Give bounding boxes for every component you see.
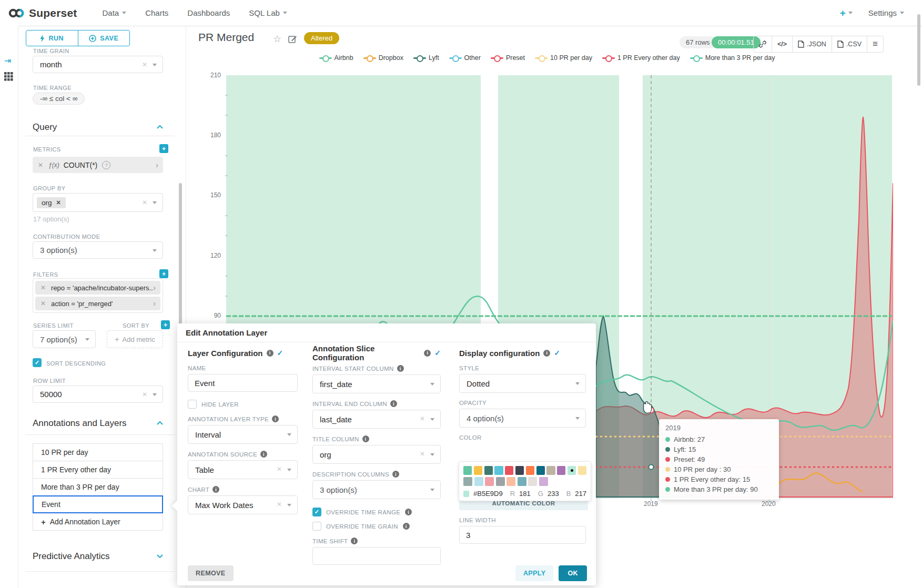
annotation-layer-item-selected[interactable]: Event xyxy=(33,495,163,513)
sort-descending-checkbox[interactable] xyxy=(33,358,42,367)
info-icon[interactable] xyxy=(405,509,412,515)
menu-sqllab[interactable]: SQL Lab xyxy=(249,8,287,17)
info-icon[interactable] xyxy=(212,486,219,493)
color-swatch[interactable] xyxy=(496,477,505,486)
color-swatch[interactable] xyxy=(557,466,565,475)
color-swatch[interactable] xyxy=(578,466,586,475)
override-time-grain-checkbox[interactable] xyxy=(312,522,321,531)
info-icon[interactable] xyxy=(543,350,550,357)
datasource-grid-icon[interactable] xyxy=(4,72,13,81)
hide-layer-checkbox[interactable] xyxy=(188,400,197,409)
color-swatch[interactable] xyxy=(539,477,548,486)
run-button[interactable]: RUN xyxy=(26,31,78,46)
expand-filter-icon[interactable]: › xyxy=(153,283,156,292)
page-scrollbar[interactable] xyxy=(917,14,920,86)
remove-metric-icon[interactable]: ✕ xyxy=(38,161,43,169)
filter-pill[interactable]: ✕ action = 'pr_merged' › xyxy=(35,297,160,310)
menu-data[interactable]: Data xyxy=(102,8,126,17)
info-icon[interactable] xyxy=(403,523,410,530)
collapse-up-icon[interactable] xyxy=(157,125,163,129)
save-button[interactable]: SAVE xyxy=(78,31,130,46)
add-metric-button[interactable]: + xyxy=(159,144,168,153)
copy-link-button[interactable] xyxy=(754,36,772,52)
filter-pill[interactable]: ✕ repo = 'apache/incubator-supers... › xyxy=(35,281,160,295)
annotation-source-select[interactable]: Table ✕ xyxy=(188,460,298,479)
add-filter-button[interactable]: + xyxy=(159,269,168,278)
time-range-pill[interactable]: -∞ ≤ col < ∞ xyxy=(33,93,85,105)
color-swatch[interactable] xyxy=(526,466,534,475)
time-shift-input[interactable] xyxy=(312,547,441,565)
info-icon[interactable] xyxy=(392,471,399,478)
info-icon[interactable] xyxy=(397,365,404,372)
apply-button[interactable]: APPLY xyxy=(515,565,554,581)
chart-select[interactable]: Max Work Dates ✕ xyxy=(188,495,298,514)
collapse-up-icon[interactable] xyxy=(157,421,163,425)
row-limit-select[interactable]: 50000 ✕ xyxy=(33,386,163,403)
ok-button[interactable]: OK xyxy=(559,565,587,581)
color-swatch[interactable] xyxy=(515,466,524,475)
info-icon[interactable] xyxy=(351,538,358,544)
info-icon[interactable] xyxy=(424,350,431,357)
legend-item[interactable]: Dropbox xyxy=(363,54,403,62)
color-swatch[interactable] xyxy=(474,466,482,475)
export-json-button[interactable]: .JSON xyxy=(793,36,832,52)
remove-filter-icon[interactable]: ✕ xyxy=(40,284,46,291)
override-time-range-checkbox[interactable] xyxy=(312,508,321,516)
color-swatch[interactable] xyxy=(505,466,513,475)
annotation-layer-type-select[interactable]: Interval xyxy=(188,425,298,444)
superset-logo[interactable]: Superset xyxy=(8,7,77,19)
info-icon[interactable] xyxy=(390,400,397,407)
clear-icon[interactable]: ✕ xyxy=(277,465,282,473)
export-csv-button[interactable]: .CSV xyxy=(832,36,867,52)
clear-icon[interactable]: ✕ xyxy=(142,61,147,68)
edit-title-icon[interactable] xyxy=(288,35,297,44)
info-icon[interactable] xyxy=(362,435,369,442)
color-swatch[interactable] xyxy=(474,477,483,486)
info-icon[interactable] xyxy=(272,415,279,422)
metric-pill[interactable]: ✕ ƒ(x) COUNT(*) ? › xyxy=(33,157,163,173)
legend-item[interactable]: Airbnb xyxy=(319,54,353,62)
expand-filter-icon[interactable]: › xyxy=(153,299,156,308)
group-by-select[interactable]: org✕ ✕ xyxy=(33,193,163,212)
color-swatch[interactable] xyxy=(463,477,472,486)
color-swatch[interactable] xyxy=(485,477,494,486)
line-width-input[interactable] xyxy=(459,526,586,544)
remove-filter-icon[interactable]: ✕ xyxy=(40,300,46,307)
info-icon[interactable] xyxy=(267,350,273,357)
menu-charts[interactable]: Charts xyxy=(145,8,168,17)
interval-end-select[interactable]: last_date ✕ xyxy=(312,410,441,429)
annotation-layer-item[interactable]: More than 3 PR per day xyxy=(33,478,163,496)
color-swatch[interactable] xyxy=(546,466,555,475)
new-button[interactable]: + xyxy=(840,7,853,19)
collapse-panel-icon[interactable]: ⇥ xyxy=(4,56,11,66)
opacity-select[interactable]: 4 option(s) xyxy=(459,409,586,428)
color-swatch-selected[interactable] xyxy=(568,466,576,475)
legend-item[interactable]: 1 PR Every other day xyxy=(602,54,680,62)
clear-icon[interactable]: ✕ xyxy=(142,391,147,398)
clear-icon[interactable]: ✕ xyxy=(142,199,147,206)
expand-metric-icon[interactable]: › xyxy=(156,161,158,169)
color-swatch[interactable] xyxy=(528,477,537,486)
info-icon[interactable] xyxy=(260,451,267,458)
legend-item[interactable]: 10 PR per day xyxy=(535,54,592,62)
remove-tag-icon[interactable]: ✕ xyxy=(56,199,61,206)
legend-item[interactable]: Lyft xyxy=(413,54,439,62)
embed-code-button[interactable]: </> xyxy=(772,36,793,52)
color-swatch[interactable] xyxy=(506,477,515,486)
color-swatch[interactable] xyxy=(518,477,526,486)
legend-item[interactable]: More than 3 PR per day xyxy=(690,54,775,62)
legend-item[interactable]: Other xyxy=(449,54,481,62)
description-columns-select[interactable]: 3 option(s) xyxy=(312,480,441,499)
menu-dashboards[interactable]: Dashboards xyxy=(187,8,230,17)
clear-icon[interactable]: ✕ xyxy=(420,415,425,422)
clear-icon[interactable]: ✕ xyxy=(277,501,282,508)
annotation-layer-item[interactable]: 1 PR Every other day xyxy=(33,461,163,479)
style-select[interactable]: Dotted xyxy=(459,374,586,393)
color-swatch[interactable] xyxy=(536,466,545,475)
sort-by-add-metric[interactable]: +Add metric xyxy=(107,330,163,348)
contribution-mode-select[interactable]: 3 option(s) xyxy=(33,241,163,259)
name-input[interactable] xyxy=(188,374,298,392)
more-options-button[interactable]: ≡ xyxy=(867,36,883,52)
time-grain-select[interactable]: month ✕ xyxy=(33,56,163,73)
color-swatch[interactable] xyxy=(463,466,472,475)
